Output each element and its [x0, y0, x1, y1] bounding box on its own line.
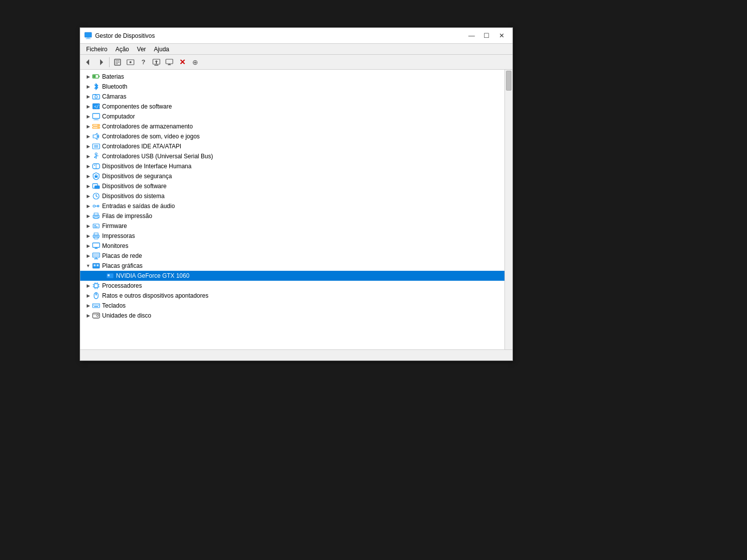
expand-arrow-computador[interactable]: ▶ [84, 112, 92, 120]
item-icon-controladores-armazenamento [92, 122, 100, 130]
toolbar-forward-button[interactable] [95, 56, 107, 68]
expand-arrow-nvidia-gtx1060[interactable] [98, 272, 106, 280]
tree-item-bluetooth[interactable]: ▶Bluetooth [80, 82, 504, 92]
item-label-controladores-ide: Controladores IDE ATA/ATAPI [102, 143, 181, 150]
status-bar [80, 349, 512, 360]
window-icon [84, 32, 92, 40]
toolbar-uninstall-button[interactable]: ✕ [176, 56, 188, 68]
tree-item-teclados[interactable]: ▶Teclados [80, 301, 504, 311]
minimize-button[interactable]: — [465, 30, 479, 41]
tree-item-dispositivos-hid[interactable]: ▶Dispositivos de Interface Humana [80, 161, 504, 171]
expand-arrow-teclados[interactable]: ▶ [84, 302, 92, 310]
menu-ajuda[interactable]: Ajuda [150, 45, 173, 54]
menu-acao[interactable]: Ação [112, 45, 133, 54]
item-icon-dispositivos-hid [92, 162, 100, 170]
tree-item-componentes-software[interactable]: ▶</>Componentes de software [80, 102, 504, 112]
expand-arrow-componentes-software[interactable]: ▶ [84, 103, 92, 111]
expand-arrow-dispositivos-seguranca[interactable]: ▶ [84, 172, 92, 180]
expand-arrow-controladores-ide[interactable]: ▶ [84, 142, 92, 150]
tree-item-computador[interactable]: ▶Computador [80, 112, 504, 121]
tree-item-placas-graficas[interactable]: ▼Placas gráficas [80, 261, 504, 271]
device-tree[interactable]: ▶Baterias▶Bluetooth▶Câmaras▶</>Component… [80, 70, 504, 349]
tree-item-ratos[interactable]: ▶Ratos e outros dispositivos apontadores [80, 291, 504, 301]
item-label-entradas-saidas: Entradas e saídas de áudio [102, 203, 175, 210]
item-icon-entradas-saidas [92, 202, 100, 210]
expand-arrow-placas-graficas[interactable]: ▼ [84, 262, 92, 270]
svg-rect-65 [93, 243, 100, 247]
toolbar-monitor-button[interactable] [163, 56, 175, 68]
tree-item-dispositivos-sistema[interactable]: ▶Dispositivos do sistema [80, 191, 504, 201]
item-icon-dispositivos-seguranca [92, 172, 100, 180]
scrollbar[interactable] [504, 70, 512, 349]
svg-rect-73 [94, 264, 96, 266]
tree-item-controladores-armazenamento[interactable]: ▶Controladores de armazenamento [80, 121, 504, 131]
tree-item-controladores-usb[interactable]: ▶Controladores USB (Universal Serial Bus… [80, 151, 504, 161]
expand-arrow-controladores-usb[interactable]: ▶ [84, 152, 92, 160]
expand-arrow-dispositivos-software[interactable]: ▶ [84, 182, 92, 190]
expand-arrow-firmware[interactable]: ▶ [84, 222, 92, 230]
expand-arrow-controladores-som[interactable]: ▶ [84, 132, 92, 140]
toolbar-properties-button[interactable] [112, 56, 124, 68]
content-area: ▶Baterias▶Bluetooth▶Câmaras▶</>Component… [80, 70, 512, 349]
close-button[interactable]: ✕ [495, 30, 508, 41]
svg-rect-21 [93, 95, 100, 99]
expand-arrow-processadores[interactable]: ▶ [84, 282, 92, 290]
tree-item-dispositivos-software[interactable]: ▶Dispositivos de software [80, 181, 504, 191]
tree-item-entradas-saidas[interactable]: ▶Entradas e saídas de áudio [80, 201, 504, 211]
tree-item-controladores-ide[interactable]: ▶Controladores IDE ATA/ATAPI [80, 141, 504, 151]
item-label-unidades-disco: Unidades de disco [102, 312, 151, 319]
svg-rect-26 [93, 113, 100, 118]
toolbar-back-button[interactable] [82, 56, 94, 68]
scrollbar-thumb[interactable] [506, 71, 511, 91]
expand-arrow-monitores[interactable]: ▶ [84, 242, 92, 250]
expand-arrow-bluetooth[interactable]: ▶ [84, 83, 92, 91]
tree-item-unidades-disco[interactable]: ▶Unidades de disco [80, 311, 504, 321]
item-label-bluetooth: Bluetooth [102, 83, 127, 90]
toolbar-showhide-button[interactable] [124, 56, 136, 68]
toolbar-help-button[interactable]: ? [137, 56, 149, 68]
tree-item-filas-impressao[interactable]: ▶Filas de impressão [80, 211, 504, 221]
item-icon-bluetooth [92, 83, 100, 91]
tree-item-controladores-som[interactable]: ▶Controladores de som, vídeo e jogos [80, 131, 504, 141]
svg-marker-33 [93, 133, 97, 139]
tree-item-firmware[interactable]: ▶Firmware [80, 221, 504, 231]
expand-arrow-unidades-disco[interactable]: ▶ [84, 312, 92, 320]
expand-arrow-dispositivos-sistema[interactable]: ▶ [84, 192, 92, 200]
menu-ver[interactable]: Ver [133, 45, 150, 54]
menu-ficheiro[interactable]: Ficheiro [82, 45, 112, 54]
tree-item-dispositivos-seguranca[interactable]: ▶Dispositivos de segurança [80, 171, 504, 181]
item-icon-controladores-usb [92, 152, 100, 160]
item-label-dispositivos-seguranca: Dispositivos de segurança [102, 173, 172, 180]
svg-point-88 [96, 294, 97, 295]
device-manager-window: Gestor de Dispositivos — ☐ ✕ Ficheiro Aç… [80, 27, 513, 361]
tree-item-placas-rede[interactable]: ▶Placas de rede [80, 251, 504, 261]
expand-arrow-baterias[interactable]: ▶ [84, 73, 92, 81]
expand-arrow-entradas-saidas[interactable]: ▶ [84, 202, 92, 210]
expand-arrow-placas-rede[interactable]: ▶ [84, 252, 92, 260]
item-icon-processadores [92, 282, 100, 290]
maximize-button[interactable]: ☐ [480, 30, 494, 41]
expand-arrow-dispositivos-hid[interactable]: ▶ [84, 162, 92, 170]
tree-item-nvidia-gtx1060[interactable]: NVIDIA GeForce GTX 1060 [80, 271, 504, 281]
expand-arrow-filas-impressao[interactable]: ▶ [84, 212, 92, 220]
svg-rect-28 [94, 119, 99, 120]
tree-item-impressoras[interactable]: ▶Impressoras [80, 231, 504, 241]
svg-text:</>: </> [94, 105, 100, 109]
expand-arrow-camaras[interactable]: ▶ [84, 93, 92, 101]
item-label-impressoras: Impressoras [102, 232, 135, 239]
tree-item-baterias[interactable]: ▶Baterias [80, 72, 504, 82]
svg-marker-13 [155, 60, 158, 62]
expand-arrow-impressoras[interactable]: ▶ [84, 232, 92, 240]
tree-item-monitores[interactable]: ▶Monitores [80, 241, 504, 251]
expand-arrow-controladores-armazenamento[interactable]: ▶ [84, 122, 92, 130]
expand-arrow-ratos[interactable]: ▶ [84, 292, 92, 300]
item-label-dispositivos-sistema: Dispositivos do sistema [102, 193, 164, 200]
tree-item-camaras[interactable]: ▶Câmaras [80, 92, 504, 102]
svg-rect-15 [166, 59, 173, 64]
toolbar-update-button[interactable] [150, 56, 162, 68]
tree-item-processadores[interactable]: ▶Processadores [80, 281, 504, 291]
svg-rect-60 [94, 225, 96, 226]
toolbar-scan-button[interactable]: ⊕ [189, 56, 201, 68]
svg-rect-14 [156, 62, 157, 64]
item-icon-controladores-som [92, 132, 100, 140]
